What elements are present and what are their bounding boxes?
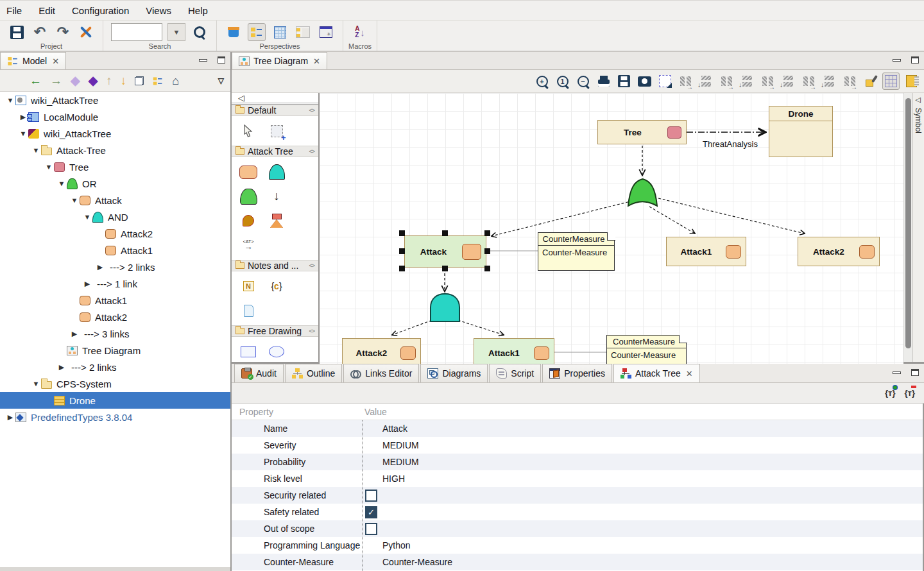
countermeasure-note-2[interactable]: CounterMeasure Counter-Measure — [606, 335, 687, 364]
property-value[interactable]: Counter-Measure — [363, 557, 923, 567]
center-vertical-button[interactable] — [759, 72, 776, 90]
property-value[interactable]: MEDIUM — [363, 457, 923, 467]
grid-perspective-button[interactable] — [271, 23, 289, 41]
expand-arrow-icon[interactable]: ▶ — [69, 330, 80, 338]
menu-help[interactable]: Help — [188, 5, 208, 16]
tree-countermeasure-badge[interactable] — [667, 126, 681, 139]
tool-note[interactable]: N — [239, 278, 257, 294]
tree-item-localmodule[interactable]: ▶LocalModule — [0, 108, 230, 125]
attack-countermeasure-badge[interactable] — [462, 244, 481, 260]
tool-page[interactable] — [239, 302, 257, 319]
security-related-checkbox[interactable] — [365, 490, 377, 502]
or-gate-node[interactable] — [628, 178, 658, 207]
paintbrush-button[interactable] — [862, 72, 879, 90]
align-bottom-button[interactable] — [718, 72, 735, 90]
view-menu-icon[interactable]: ▽ — [218, 77, 224, 85]
save-diagram-button[interactable] — [615, 72, 633, 90]
redo-button[interactable]: ↷ — [54, 23, 72, 41]
tool-or-gate[interactable] — [239, 188, 257, 205]
expand-arrow-icon[interactable]: ▶ — [56, 363, 67, 371]
property-value[interactable]: HIGH — [363, 473, 923, 484]
diagram-canvas[interactable]: Tree Drone ThreatAnalysis — [320, 93, 903, 364]
symbol-library-button[interactable] — [903, 72, 920, 90]
diamond-next-icon[interactable]: ◆ — [89, 74, 98, 87]
selection-handle[interactable] — [399, 266, 405, 271]
property-value[interactable]: Python — [363, 540, 923, 550]
tree-item-predefinedtypes-3-8-04[interactable]: ▶PredefinedTypes 3.8.04 — [0, 409, 230, 425]
tree-diagram-tab-close-icon[interactable]: ✕ — [313, 56, 320, 66]
palette-section-notes[interactable]: Notes and ...<> — [232, 260, 318, 271]
tool-countermeasure-symbol[interactable] — [268, 212, 286, 229]
search-button[interactable] — [191, 23, 209, 41]
align-right-button[interactable] — [739, 72, 756, 90]
tab-model[interactable]: Model ✕ — [0, 52, 66, 69]
selection-handle[interactable] — [442, 266, 448, 271]
palette-collapse-button[interactable]: ◁ — [232, 93, 318, 105]
canvas-vertical-scrollbar[interactable] — [903, 93, 912, 362]
tree-collapse-icon[interactable] — [153, 76, 162, 85]
symbol-side-panel[interactable]: ◁ Symbol — [912, 93, 923, 362]
tab-links-editor[interactable]: Links Editor — [343, 364, 419, 382]
collapse-arrow-icon[interactable]: ▼ — [31, 146, 41, 154]
tool-attack-block[interactable] — [239, 164, 257, 180]
node-attack2-mid[interactable]: Attack2 — [798, 237, 880, 266]
collapse-arrow-icon[interactable]: ▼ — [69, 196, 80, 204]
select-region-button[interactable] — [656, 72, 674, 90]
node-attack2-bottom[interactable]: Attack2 — [342, 338, 421, 364]
search-input[interactable] — [111, 23, 162, 41]
tree-item--3-links[interactable]: ▶---> 3 links — [0, 325, 230, 342]
modeling-perspective-button[interactable] — [225, 23, 243, 41]
tree-item--2-links[interactable]: ▶---> 2 links — [0, 359, 230, 375]
bottom-minimize-icon[interactable] — [893, 371, 901, 374]
model-tab-close-icon[interactable]: ✕ — [52, 56, 59, 66]
move-down-icon[interactable]: ↓ — [121, 74, 127, 87]
tool-at-link[interactable]: <AT>→ — [239, 237, 257, 253]
selection-handle[interactable] — [484, 230, 490, 236]
add-attribute-button[interactable]: {т} — [885, 388, 896, 398]
tab-script[interactable]: Script — [489, 364, 541, 382]
out-of-scope-checkbox[interactable] — [365, 523, 377, 535]
attack2-countermeasure-badge[interactable] — [859, 245, 875, 259]
tool-cursor[interactable] — [239, 123, 257, 139]
bottom-maximize-icon[interactable] — [911, 369, 919, 376]
diagram-minimize-icon[interactable] — [893, 59, 901, 62]
node-tree[interactable]: Tree — [597, 120, 687, 144]
zoom-reset-button[interactable] — [554, 72, 571, 90]
node-attack-selected[interactable]: Attack — [404, 235, 486, 268]
selection-handle[interactable] — [399, 230, 405, 236]
tree-item-attack1[interactable]: Attack1 — [0, 242, 230, 259]
tree-item-wiki-attacktree[interactable]: ▼wiki_AttackTree — [0, 92, 230, 108]
node-attack1-bottom[interactable]: Attack1 — [474, 338, 554, 364]
tree-list-perspective-button[interactable] — [294, 23, 312, 41]
diamond-prev-icon[interactable]: ◆ — [71, 74, 80, 87]
forward-icon[interactable]: → — [50, 74, 62, 87]
minimize-panel-icon[interactable] — [199, 59, 207, 62]
tree-item-attack[interactable]: ▼Attack — [0, 192, 230, 209]
node-drone[interactable]: Drone — [769, 106, 833, 157]
attack1-bottom-badge[interactable] — [534, 346, 549, 360]
tree-item-and[interactable]: ▼AND — [0, 209, 230, 225]
tab-properties[interactable]: Properties — [542, 364, 612, 382]
tree-item-drone[interactable]: Drone — [0, 392, 230, 409]
palette-section-attack-tree[interactable]: Attack Tree<> — [232, 146, 318, 157]
collapse-arrow-icon[interactable]: ▼ — [82, 213, 92, 221]
align-top-button[interactable] — [677, 72, 694, 90]
attack2-bottom-badge[interactable] — [400, 346, 416, 360]
copy-icon[interactable] — [135, 76, 144, 85]
tool-marquee-add[interactable] — [268, 123, 286, 139]
resize-button[interactable] — [800, 72, 817, 90]
tool-and-gate[interactable] — [268, 164, 286, 180]
expand-symbol-panel-icon[interactable]: ◁ — [915, 96, 920, 104]
selection-handle[interactable] — [399, 248, 405, 254]
palette-section-default[interactable]: Default<> — [232, 105, 318, 116]
tab-tree-diagram[interactable]: Tree Diagram ✕ — [232, 52, 327, 69]
center-horizontal-button[interactable] — [780, 72, 797, 90]
tree-item-attack1[interactable]: Attack1 — [0, 292, 230, 309]
tree-perspective-button[interactable] — [248, 23, 266, 41]
zoom-in-button[interactable] — [533, 72, 551, 90]
back-icon[interactable]: ← — [30, 74, 42, 87]
home-icon[interactable]: ⌂ — [172, 75, 179, 87]
collapse-arrow-icon[interactable]: ▼ — [31, 380, 41, 388]
search-dropdown-button[interactable]: ▼ — [167, 23, 185, 41]
and-gate-node[interactable] — [430, 293, 460, 322]
